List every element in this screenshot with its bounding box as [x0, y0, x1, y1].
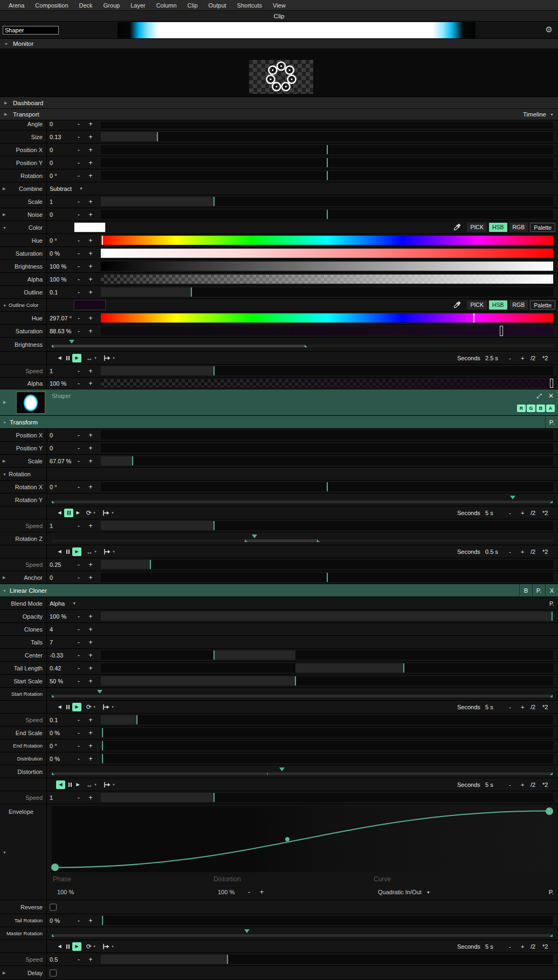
dropdown-blend-mode[interactable]: Alpha▼ — [50, 597, 76, 609]
decrement-button[interactable]: - — [74, 131, 83, 143]
duration-value[interactable]: 5 s — [485, 778, 493, 791]
decrement-button[interactable]: - — [74, 169, 83, 182]
play-button[interactable]: ▶ — [72, 703, 81, 711]
duration-half-button[interactable]: /2 — [531, 352, 535, 364]
timeline-mode-icon[interactable] — [104, 782, 111, 788]
param-value[interactable]: 0.5 — [50, 953, 58, 965]
envelope-graph[interactable] — [52, 806, 553, 872]
loop-mode-icon[interactable]: ⟳ — [86, 703, 92, 711]
duration-double-button[interactable]: *2 — [542, 506, 548, 519]
scale-slider[interactable] — [101, 197, 553, 206]
speed-slider[interactable] — [101, 521, 553, 530]
color-mode-button-rgb[interactable]: RGB — [509, 300, 528, 310]
chevron-down-icon[interactable]: ▼ — [93, 945, 96, 948]
increment-button[interactable]: + — [86, 143, 95, 156]
playhead-marker[interactable] — [97, 690, 102, 694]
decrement-button[interactable]: - — [74, 714, 83, 726]
decrement-button[interactable]: - — [74, 914, 83, 927]
channel-button-r[interactable]: R — [517, 405, 526, 412]
chevron-down-icon[interactable]: ▼ — [550, 113, 554, 116]
decrement-button[interactable]: - — [74, 120, 83, 130]
pause-button[interactable] — [64, 703, 72, 711]
decrement-button[interactable]: - — [74, 662, 83, 674]
decrement-button[interactable]: - — [74, 455, 83, 467]
decrement-button[interactable]: - — [74, 234, 83, 246]
decrement-button[interactable]: - — [74, 519, 83, 532]
expand-arrow-icon[interactable]: ▶ — [3, 971, 5, 975]
duration-decrement-button[interactable]: - — [509, 778, 511, 791]
speed-slider[interactable] — [101, 560, 553, 569]
duration-value[interactable]: 5 s — [485, 506, 493, 519]
params-button[interactable]: P. — [549, 886, 554, 898]
play-button[interactable]: ▶ — [72, 547, 81, 556]
increment-button[interactable]: + — [86, 429, 95, 441]
clip-thumbnail-strip[interactable] — [118, 22, 476, 38]
loop-mode-icon[interactable]: ⟳ — [86, 943, 92, 950]
collapse-arrow-icon[interactable]: ▼ — [3, 588, 6, 592]
duration-increment-button[interactable]: + — [521, 778, 524, 791]
param-value[interactable]: 0 % — [50, 727, 60, 739]
pause-button[interactable] — [64, 942, 72, 951]
param-value[interactable]: 0 — [50, 571, 53, 584]
timeline-mode-icon[interactable] — [102, 704, 110, 710]
play-backwards-button[interactable]: ◀ — [56, 703, 64, 711]
param-value[interactable]: 4 — [50, 623, 53, 635]
timeline-mode-icon[interactable] — [104, 549, 111, 555]
color-mode-button-pick[interactable]: PICK — [467, 223, 487, 232]
decrement-button[interactable]: - — [74, 610, 83, 622]
param-value[interactable]: 100 % — [50, 260, 66, 272]
increment-button[interactable]: + — [86, 727, 95, 739]
duration-double-button[interactable]: *2 — [542, 545, 548, 558]
start-rotation-timeline[interactable] — [52, 695, 553, 697]
play-backwards-button[interactable]: ◀ — [56, 547, 64, 556]
rotation-y-timeline[interactable] — [52, 501, 553, 503]
color-swatch[interactable] — [74, 222, 106, 232]
param-value[interactable]: 0 % — [50, 752, 60, 765]
play-backwards-button[interactable]: ◀ — [56, 354, 64, 362]
param-value[interactable]: 0.25 — [50, 558, 61, 571]
playhead-marker[interactable] — [510, 496, 515, 499]
bounce-mode-icon[interactable]: ↔ — [86, 548, 93, 556]
param-value[interactable]: 0 — [50, 429, 53, 441]
rotation-slider[interactable] — [101, 171, 553, 180]
increment-button[interactable]: + — [86, 156, 95, 169]
menu-item-deck[interactable]: Deck — [74, 2, 98, 9]
increment-button[interactable]: + — [86, 455, 95, 467]
loop-mode-icon[interactable]: ⟳ — [86, 509, 92, 517]
increment-button[interactable]: + — [86, 739, 95, 752]
increment-button[interactable]: + — [86, 558, 95, 571]
distortion-timeline[interactable] — [52, 772, 553, 775]
menu-item-arena[interactable]: Arena — [3, 2, 30, 9]
param-value[interactable]: 0 — [50, 442, 53, 454]
increment-button[interactable]: + — [86, 195, 95, 208]
playhead-marker[interactable] — [279, 767, 285, 771]
param-value[interactable]: 0.13 — [50, 131, 61, 143]
channel-button-a[interactable]: A — [546, 405, 555, 412]
chevron-down-icon[interactable]: ▼ — [426, 886, 430, 898]
rotation-x-slider[interactable] — [101, 482, 553, 491]
param-value[interactable]: 0 ° — [50, 169, 57, 182]
opacity-slider[interactable] — [101, 612, 553, 621]
color-mode-button-hsb[interactable]: HSB — [489, 223, 507, 232]
play-button[interactable]: ▶ — [72, 942, 81, 951]
dropdown-combine[interactable]: Subtract▼ — [50, 182, 83, 195]
outline-slider[interactable] — [101, 287, 553, 297]
param-value[interactable]: 1 — [50, 519, 53, 532]
position-x-slider[interactable] — [101, 145, 553, 154]
param-value[interactable]: 88.63 % — [50, 325, 71, 337]
channel-button-b[interactable]: B — [536, 405, 545, 412]
menu-item-composition[interactable]: Composition — [30, 2, 73, 9]
duration-increment-button[interactable]: + — [521, 506, 524, 519]
tail-rotation-slider[interactable] — [101, 916, 553, 925]
increment-button[interactable]: + — [86, 714, 95, 726]
increment-button[interactable]: + — [86, 365, 95, 377]
decrement-button[interactable]: - — [74, 429, 83, 441]
expand-arrow-icon[interactable]: ▶ — [3, 575, 5, 580]
duration-value[interactable]: 5 s — [485, 701, 493, 713]
increment-button[interactable]: + — [86, 623, 95, 635]
playhead-marker[interactable] — [69, 340, 74, 344]
transport-mode-dropdown[interactable]: Timeline — [523, 111, 546, 118]
playhead-marker[interactable] — [252, 534, 257, 538]
decrement-button[interactable]: - — [74, 791, 83, 804]
decrement-button[interactable]: - — [74, 558, 83, 571]
